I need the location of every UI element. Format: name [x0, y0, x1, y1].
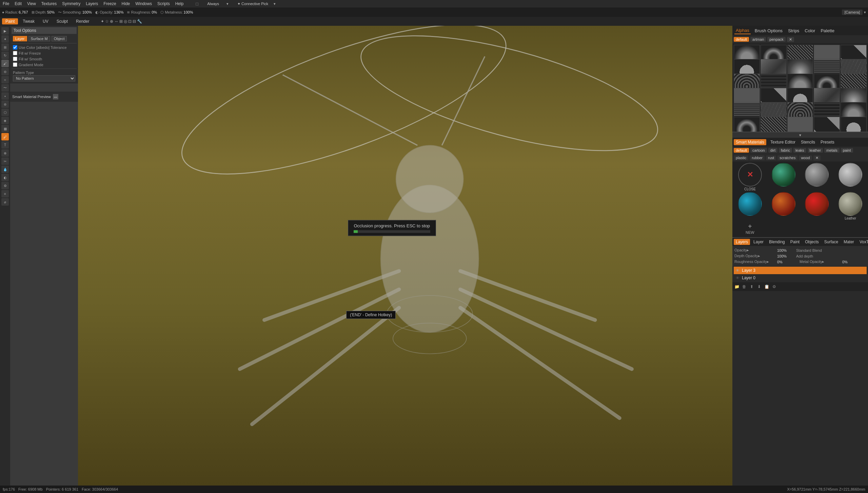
sm-tab-smart-materials[interactable]: Smart Materials [734, 139, 766, 145]
pattern-type-select[interactable]: No Pattern [13, 75, 75, 81]
tab-palette[interactable]: Palette [819, 27, 835, 34]
menu-layers[interactable]: Layers [86, 1, 98, 6]
layers-tab-layers[interactable]: Layers [734, 239, 750, 245]
sm-material-4[interactable] [738, 192, 762, 216]
alpha-cell-27[interactable] [787, 117, 813, 132]
fill-smooth-checkbox[interactable] [13, 57, 17, 61]
tool-gradient[interactable]: ◐ [1, 174, 9, 181]
sm-tag-plastic[interactable]: plastic [734, 155, 748, 160]
sm-tab-presets[interactable]: Presets [819, 139, 836, 145]
gradient-mode-checkbox[interactable] [13, 62, 17, 67]
menu-freeze[interactable]: Freeze [103, 1, 116, 6]
toolbar-icon-6[interactable]: ◎ [124, 19, 127, 24]
layers-tab-surface[interactable]: Surface [822, 239, 840, 245]
tool-geometry[interactable]: ⬡ [1, 109, 9, 116]
sm-material-2[interactable] [805, 163, 829, 187]
sm-collapse-btn[interactable]: ▼ [732, 132, 868, 138]
layer-item-3[interactable]: 👁 Layer 3 [734, 267, 867, 274]
tool-scale[interactable]: ⊞ [1, 43, 9, 51]
tool-settings[interactable]: ⚙ [1, 182, 9, 189]
layers-delete-icon[interactable]: 🗑 [741, 284, 747, 290]
menu-scripts[interactable]: Scripts [157, 1, 170, 6]
tab-render[interactable]: Render [73, 18, 93, 24]
sm-material-5-wrap[interactable] [767, 192, 800, 220]
sm-filter-metals[interactable]: metals [824, 148, 839, 153]
sm-tag-wood[interactable]: wood [799, 155, 812, 160]
toolbar-icon-1[interactable]: ✦ [101, 19, 104, 24]
sm-material-1-wrap[interactable] [767, 163, 800, 191]
tool-transform[interactable]: ⊕ [1, 149, 9, 157]
menu-view[interactable]: View [27, 1, 36, 6]
tool-fill[interactable]: ▪ [1, 92, 9, 100]
tool-brush[interactable]: 🖊 [1, 133, 9, 140]
tool-crop[interactable]: ✂ [1, 157, 9, 165]
sm-filter-cartoon[interactable]: cartoon [750, 148, 767, 153]
tool-color-pick[interactable]: 💧 [1, 166, 9, 173]
tool-move[interactable]: ✦ [1, 35, 9, 43]
layers-tab-mater[interactable]: Mater [842, 239, 856, 245]
sm-filter-dirt[interactable]: dirt [768, 148, 777, 153]
sm-material-5[interactable] [772, 192, 795, 216]
fill-freeze-checkbox[interactable] [13, 51, 17, 55]
layers-up-icon[interactable]: ⬆ [749, 284, 755, 290]
layers-tab-blending[interactable]: Blending [767, 239, 787, 245]
tab-strips[interactable]: Strips [787, 27, 801, 34]
menu-hide[interactable]: Hide [122, 1, 130, 6]
surface-button[interactable]: Surface M [28, 36, 50, 41]
sm-material-3[interactable] [839, 163, 862, 187]
use-color-checkbox[interactable] [13, 45, 17, 50]
tool-stencil[interactable]: ▦ [1, 125, 9, 132]
sm-filter-leather[interactable]: leather [808, 148, 823, 153]
tab-tweak[interactable]: Tweak [19, 18, 38, 24]
camera-dropdown[interactable]: ▾ [864, 10, 866, 15]
sm-tab-stencils[interactable]: Stencils [800, 139, 816, 145]
layers-down-icon[interactable]: ⬇ [756, 284, 762, 290]
layers-tab-paint[interactable]: Paint [788, 239, 802, 245]
layer-3-visibility-icon[interactable]: 👁 [735, 268, 740, 273]
tab-uv[interactable]: UV [39, 18, 52, 24]
menu-help[interactable]: Help [175, 1, 184, 6]
alpha-cell-29[interactable] [841, 117, 867, 132]
sm-tag-close[interactable]: ✕ [813, 155, 821, 160]
tool-smooth[interactable]: 〜 [1, 84, 9, 92]
menu-textures[interactable]: Textures [41, 1, 57, 6]
tab-brush-options[interactable]: Brush Options [753, 27, 784, 34]
sm-tag-rust[interactable]: rust [766, 155, 776, 160]
menu-symmetry[interactable]: Symmetry [62, 1, 80, 6]
tool-extra[interactable]: ≡ [1, 190, 9, 197]
alpha-cell-28[interactable] [814, 117, 840, 132]
sm-filter-leaks[interactable]: leaks [793, 148, 806, 153]
layer-item-0[interactable]: 👁 Layer 0 [734, 274, 867, 282]
sm-material-6-wrap[interactable] [801, 192, 833, 220]
sm-close-cell[interactable]: ✕ [738, 163, 762, 187]
sm-tab-texture-editor[interactable]: Texture Editor [769, 139, 797, 145]
layers-settings-icon[interactable]: ⚙ [771, 284, 777, 290]
tool-clone[interactable]: ⊜ [1, 100, 9, 108]
tool-mask[interactable]: ◈ [1, 117, 9, 124]
canvas-area[interactable]: Occlusion progress. Press ESC to stop ('… [78, 26, 732, 486]
tool-select[interactable]: ▶ [1, 27, 9, 35]
layers-tab-voxtree[interactable]: VoxTree [857, 239, 868, 245]
toolbar-icon-2[interactable]: ☆ [105, 19, 109, 24]
sm-material-1[interactable] [772, 163, 795, 187]
viewport-3d[interactable] [78, 26, 732, 486]
alpha-cell-25[interactable] [734, 117, 760, 132]
tab-alphas[interactable]: Alphas [734, 27, 751, 34]
sm-filter-fabric[interactable]: fabric [779, 148, 792, 153]
sm-close-wrap[interactable]: ✕ CLOSE [734, 163, 766, 191]
layers-tab-objects[interactable]: Objects [803, 239, 821, 245]
sm-material-3-wrap[interactable] [834, 163, 867, 191]
toolbar-icon-9[interactable]: 🔧 [137, 19, 142, 24]
sm-filter-default[interactable]: default [734, 148, 749, 153]
menu-file[interactable]: File [3, 1, 9, 6]
sm-material-4-wrap[interactable] [734, 192, 766, 220]
toolbar-icon-4[interactable]: ↔ [114, 19, 118, 24]
layers-duplicate-icon[interactable]: 📋 [764, 284, 770, 290]
menu-windows[interactable]: Windows [135, 1, 152, 6]
toolbar-icon-8[interactable]: ⊟ [133, 19, 136, 24]
sm-material-6[interactable] [805, 192, 829, 216]
smp-toggle-button[interactable]: — [53, 94, 58, 99]
sm-material-leather[interactable] [839, 192, 862, 216]
alpha-cell-26[interactable] [761, 117, 787, 132]
sm-new-button[interactable]: + NEW [746, 223, 754, 234]
